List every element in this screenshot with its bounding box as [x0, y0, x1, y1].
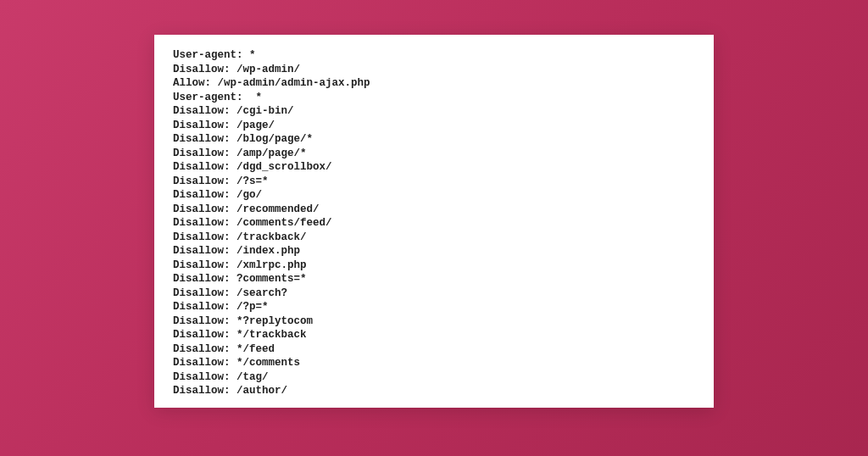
- document-panel: User-agent: * Disallow: /wp-admin/ Allow…: [154, 35, 714, 408]
- robots-txt-content: User-agent: * Disallow: /wp-admin/ Allow…: [173, 48, 695, 398]
